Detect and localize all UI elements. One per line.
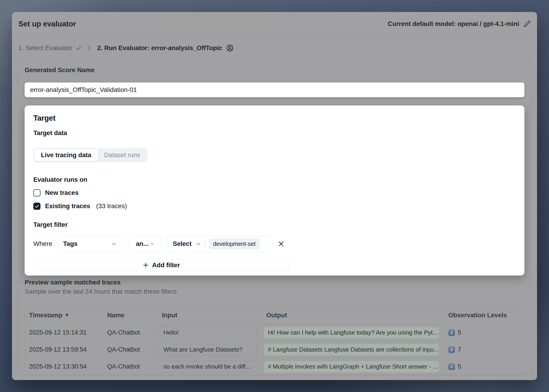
filter-value-chip: development-set <box>209 238 260 250</box>
filter-row: Where Tags an... <box>33 236 516 251</box>
cell-name: QA-Chatbot <box>103 363 158 370</box>
column-header-name: Name <box>103 312 158 319</box>
chevron-down-icon <box>196 241 201 246</box>
cell-observation-levels: i 5 <box>444 363 524 370</box>
default-model-label: Current default model: openai / gpt-4.1-… <box>388 20 519 28</box>
breadcrumb: 1. Select Evaluator 2. Run Evaluator: er… <box>18 43 531 53</box>
chevron-right-icon <box>87 45 92 51</box>
existing-traces-checkbox[interactable]: Existing traces (33 traces) <box>33 202 516 210</box>
dialog-header: Set up evaluator Current default model: … <box>12 12 537 36</box>
table-row: 2025-09-12 15:14:31 QA-Chatbot Hello! Hi… <box>25 324 524 341</box>
table-header-row: Timestamp ▼ Name Input Output Observatio… <box>25 306 524 324</box>
checkbox-unchecked[interactable] <box>33 189 41 196</box>
target-data-label: Target data <box>33 129 516 137</box>
filter-column-select[interactable]: Tags <box>58 236 122 251</box>
dialog-title: Set up evaluator <box>18 20 76 28</box>
checkbox-checked[interactable] <box>33 203 41 210</box>
cell-name: QA-Chatbot <box>103 346 158 353</box>
cell-name: QA-Chatbot <box>103 329 158 336</box>
output-preview-chip: # Langfuse Datasets Langfuse Datasets ar… <box>264 344 439 356</box>
checkmark-icon <box>35 204 39 209</box>
cell-observation-levels: i 7 <box>444 346 524 353</box>
default-model-info: Current default model: openai / gpt-4.1-… <box>388 20 531 28</box>
user-circle-icon <box>226 44 234 52</box>
filter-operator-value: an... <box>136 240 149 247</box>
output-preview-chip: # Multiple invokes with LangGraph + Lang… <box>264 361 439 373</box>
sort-desc-icon[interactable]: ▼ <box>65 313 69 318</box>
score-name-input[interactable] <box>25 83 524 97</box>
input-preview-chip: What are Langfuse Datasets? <box>160 344 257 356</box>
where-label: Where <box>33 240 52 247</box>
evaluator-runs-on-label: Evaluator runs on <box>33 176 516 183</box>
breadcrumb-step-select-evaluator[interactable]: 1. Select Evaluator <box>18 44 82 52</box>
divider <box>205 239 206 248</box>
breadcrumb-step-2-label: 2. Run Evaluator: error-analysis_OffTopi… <box>97 44 222 52</box>
column-header-timestamp[interactable]: Timestamp ▼ <box>25 312 103 319</box>
page-background: Set up evaluator Current default model: … <box>0 0 549 392</box>
table-row: 2025-09-12 13:30:54 QA-Chatbot so each i… <box>25 358 524 375</box>
run-evaluator-form: Generated Score Name Target Target data … <box>18 59 531 375</box>
preview-heading: Preview sample matched traces <box>25 279 524 286</box>
add-filter-label: Add filter <box>152 261 180 269</box>
existing-traces-count: (33 traces) <box>96 203 127 210</box>
score-name-label: Generated Score Name <box>25 66 524 74</box>
preview-table: Timestamp ▼ Name Input Output Observatio… <box>25 306 524 375</box>
plus-icon <box>143 262 149 268</box>
column-header-observation-levels: Observation Levels <box>444 312 524 319</box>
setup-evaluator-dialog: Set up evaluator Current default model: … <box>12 12 537 380</box>
target-heading: Target <box>33 114 516 122</box>
cell-observation-levels: i 5 <box>444 329 524 336</box>
info-icon: i <box>448 346 455 353</box>
pencil-icon <box>524 21 531 27</box>
info-icon: i <box>448 329 455 336</box>
chevron-down-icon <box>150 242 154 246</box>
check-icon <box>76 45 82 51</box>
column-header-output: Output <box>262 312 444 319</box>
tab-dataset-runs[interactable]: Dataset runs <box>98 149 146 161</box>
target-section: Target Target data Live tracing data Dat… <box>25 105 524 275</box>
column-header-input: Input <box>158 312 262 319</box>
new-traces-label: New traces <box>45 189 79 196</box>
cell-timestamp: 2025-09-12 15:14:31 <box>25 329 103 336</box>
filter-operator-select[interactable]: an... <box>128 236 162 251</box>
add-filter-button[interactable]: Add filter <box>33 259 289 271</box>
filter-column-value: Tags <box>63 240 77 247</box>
new-traces-checkbox[interactable]: New traces <box>33 189 516 197</box>
chevron-down-icon <box>111 241 117 246</box>
edit-model-button[interactable] <box>524 21 531 27</box>
breadcrumb-step-1-label: 1. Select Evaluator <box>18 44 72 52</box>
tab-live-tracing-data[interactable]: Live tracing data <box>35 149 98 161</box>
output-preview-chip: Hi! How can I help with Langfuse today? … <box>264 327 439 339</box>
target-filter-label: Target filter <box>33 221 516 228</box>
filter-value-placeholder: Select <box>173 240 191 247</box>
breadcrumb-step-run-evaluator: 2. Run Evaluator: error-analysis_OffTopi… <box>97 44 234 52</box>
table-row: 2025-09-12 13:59:54 QA-Chatbot What are … <box>25 341 524 358</box>
cell-timestamp: 2025-09-12 13:30:54 <box>25 363 103 370</box>
existing-traces-label: Existing traces <box>45 203 90 210</box>
input-preview-chip: Hello! <box>160 327 257 339</box>
target-data-tabs: Live tracing data Dataset runs <box>33 148 148 162</box>
filter-value-select[interactable]: Select development-set <box>167 236 272 251</box>
preview-subheading: Sample over the last 24 hours that match… <box>25 288 524 295</box>
close-icon <box>278 240 285 247</box>
info-icon: i <box>448 363 455 370</box>
cell-timestamp: 2025-09-12 13:59:54 <box>25 346 103 353</box>
input-preview-chip: so each invoke should be a diff... <box>160 361 257 373</box>
remove-filter-button[interactable] <box>278 240 285 247</box>
